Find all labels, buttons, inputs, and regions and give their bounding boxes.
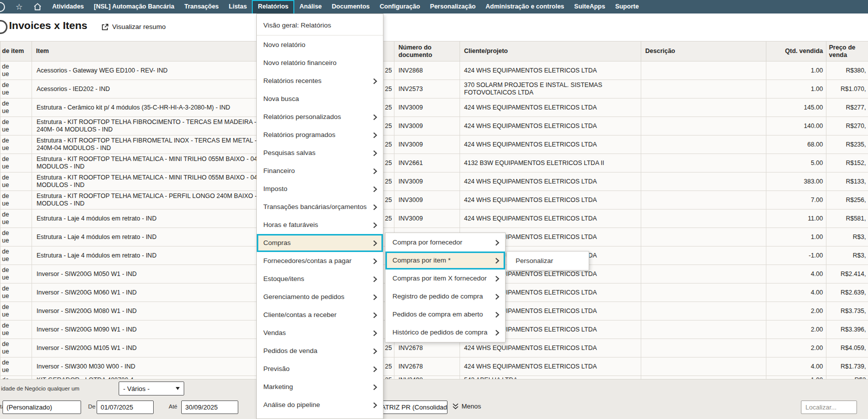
col-header-cliente-projeto[interactable]: Cliente/projeto xyxy=(460,42,641,62)
nav-item-personaliza-o[interactable]: Personalização xyxy=(425,0,481,14)
col-header-descricao[interactable]: Descrição xyxy=(641,42,766,62)
menu-item-vis-o-geral-relat-rios[interactable]: Visão geral: Relatórios xyxy=(257,16,383,34)
localizar-input[interactable] xyxy=(801,400,857,414)
cell-numero-documento[interactable]: INV2661 xyxy=(394,154,460,172)
nav-item-nsl-automa-o-banc-ria[interactable]: [NSL] Automação Bancária xyxy=(89,0,180,14)
menu-item-imposto[interactable]: Imposto xyxy=(257,180,383,198)
cell-qtd-vendida: 145.00 xyxy=(766,98,826,117)
date-type-input[interactable] xyxy=(3,400,81,414)
cell-preco-venda: R$270, xyxy=(826,117,868,136)
chevron-right-icon xyxy=(373,294,377,300)
nav-item-configura-o[interactable]: Configuração xyxy=(375,0,425,14)
nav-item-listas[interactable]: Listas xyxy=(224,0,252,14)
cell-numero-documento[interactable]: INV2573 xyxy=(394,80,460,98)
cell-numero-documento[interactable]: INV3009 xyxy=(394,117,460,136)
nav-item-documentos[interactable]: Documentos xyxy=(327,0,375,14)
cell-qtd-vendida: 1.00 xyxy=(766,80,826,98)
menu-item-nova-busca[interactable]: Nova busca xyxy=(257,90,383,108)
cell-numero-documento[interactable]: INV2678 xyxy=(394,358,460,376)
menu-item-relat-rios-personalizados[interactable]: Relatórios personalizados xyxy=(257,108,383,126)
menu-item-compras-por-item[interactable]: Compras por item * xyxy=(385,252,505,270)
chevron-right-icon xyxy=(495,258,500,264)
menu-item-label: Relatórios programados xyxy=(263,131,335,138)
cell-qtd-vendida: 2.00 xyxy=(766,302,826,320)
menu-item-compra-por-fornecedor[interactable]: Compra por fornecedor xyxy=(385,234,505,252)
menu-item-estoque-itens[interactable]: Estoque/itens xyxy=(257,270,383,288)
cell-qtd-vendida: 4.00 xyxy=(766,265,826,284)
menu-item-previs-o[interactable]: Previsão xyxy=(257,360,383,378)
nav-items: Atividades[NSL] Automação BancáriaTransa… xyxy=(47,0,644,14)
oracle-logo-icon[interactable] xyxy=(0,2,5,12)
cell-descricao xyxy=(641,358,766,376)
visualizar-resumo-link[interactable]: Visualizar resumo xyxy=(102,23,166,30)
chevron-right-icon xyxy=(373,222,377,228)
menu-item-label: Financeiro xyxy=(263,167,295,174)
menu-item-novo-relat-rio-financeiro[interactable]: Novo relatório financeiro xyxy=(257,54,383,72)
nav-item-administra-o-e-controles[interactable]: Administração e controles xyxy=(481,0,569,14)
menu-item-financeiro[interactable]: Financeiro xyxy=(257,162,383,180)
cell-tipo-de-item: deue xyxy=(1,246,32,265)
menu-item-pedidos-de-venda[interactable]: Pedidos de venda xyxy=(257,342,383,360)
cell-qtd-vendida: 7.00 xyxy=(766,191,826,210)
nav-item-relat-rios[interactable]: Relatórios xyxy=(252,0,294,14)
menu-item-cliente-contas-a-receber[interactable]: Cliente/contas a receber xyxy=(257,306,383,324)
menu-item-horas-e-fatur-veis[interactable]: Horas e faturáveis xyxy=(257,216,383,234)
menu-item-pesquisas-salvas[interactable]: Pesquisas salvas xyxy=(257,144,383,162)
cell-numero-documento[interactable]: INV3009 xyxy=(394,136,460,154)
chevron-right-icon xyxy=(373,168,377,174)
menu-item-compras[interactable]: Compras xyxy=(257,234,383,252)
menu-item-label: Pesquisas salvas xyxy=(263,149,315,156)
cell-qtd-vendida: 4.00 xyxy=(766,358,826,376)
nav-item-suporte[interactable]: Suporte xyxy=(610,0,644,14)
date-to-input[interactable] xyxy=(181,400,238,414)
cell-qtd-vendida: 383.00 xyxy=(766,172,826,191)
cell-tipo-de-item: deue xyxy=(1,339,32,358)
business-unit-label: idade de Negócio qualquer um xyxy=(1,386,80,392)
menu-item-transa-es-banc-rias-or-amentos[interactable]: Transações bancárias/orçamentos xyxy=(257,198,383,216)
cell-tipo-de-item: deue xyxy=(1,284,32,302)
cell-cliente-projeto: 424 WHS EQUIPAMENTOS ELETRICOS LTDA xyxy=(460,191,641,210)
cell-tipo-de-item: deue xyxy=(1,320,32,339)
cell-tipo-de-item: deue xyxy=(1,302,32,320)
date-from-input[interactable] xyxy=(97,400,154,414)
nav-item-an-lise[interactable]: Análise xyxy=(294,0,326,14)
cell-qtd-vendida: 1.00 xyxy=(766,62,826,80)
menu-item-pedidos-de-compra-em-aberto[interactable]: Pedidos de compra em aberto xyxy=(385,306,505,324)
menu-item-personalizar[interactable]: Personalizar xyxy=(507,252,589,270)
home-icon[interactable] xyxy=(34,3,42,10)
col-header-preco-venda[interactable]: Preço de venda xyxy=(826,42,868,62)
cell-numero-documento[interactable]: INV3009 xyxy=(394,191,460,210)
col-header-tipo-de-item[interactable]: de item xyxy=(1,42,32,62)
cell-preco-venda: R$3, xyxy=(826,228,868,246)
cell-numero-documento[interactable]: INV3009 xyxy=(394,210,460,228)
menu-item-label: Relatórios recentes xyxy=(263,77,321,84)
menu-item-gerenciamento-de-pedidos[interactable]: Gerenciamento de pedidos xyxy=(257,288,383,306)
menu-item-compras-por-item-x-fornecedor[interactable]: Compras por item X fornecedor xyxy=(385,270,505,288)
cell-cliente-projeto: 424 WHS EQUIPAMENTOS ELETRICOS LTDA xyxy=(460,117,641,136)
nav-item-transa-es[interactable]: Transações xyxy=(179,0,224,14)
menu-item-marketing[interactable]: Marketing xyxy=(257,378,383,396)
menu-item-relat-rios-programados[interactable]: Relatórios programados xyxy=(257,126,383,144)
menos-toggle[interactable]: Menos xyxy=(453,402,481,410)
favorites-star-icon[interactable]: ☆ xyxy=(16,0,23,14)
menu-item-registro-de-pedido-de-compra[interactable]: Registro de pedido de compra xyxy=(385,288,505,306)
cell-numero-documento[interactable]: INV3009 xyxy=(394,98,460,117)
menu-item-relat-rios-recentes[interactable]: Relatórios recentes xyxy=(257,72,383,90)
cell-numero-documento[interactable]: INV2868 xyxy=(394,62,460,80)
nav-item-suiteapps[interactable]: SuiteApps xyxy=(569,0,610,14)
menu-item-novo-relat-rio[interactable]: Novo relatório xyxy=(257,36,383,54)
menu-item-label: Compras xyxy=(263,239,291,246)
menu-item-an-lise-do-pipeline[interactable]: Análise do pipeline xyxy=(257,396,383,414)
col-header-qtd-vendida[interactable]: Qtd. vendida xyxy=(766,42,826,62)
chevron-right-icon xyxy=(495,312,500,318)
menu-item-hist-rico-de-pedidos-de-compra[interactable]: Histórico de pedidos de compra xyxy=(385,324,505,342)
col-header-numero-documento[interactable]: Número do documento xyxy=(394,42,460,62)
menu-item-vendas[interactable]: Vendas xyxy=(257,324,383,342)
cell-preco-venda: R$133, xyxy=(826,172,868,191)
nav-item-atividades[interactable]: Atividades xyxy=(47,0,89,14)
business-unit-select[interactable]: - Vários - xyxy=(119,382,184,396)
menu-item-fornecedores-contas-a-pagar[interactable]: Fornecedores/contas a pagar xyxy=(257,252,383,270)
cell-qtd-vendida: 4.00 xyxy=(766,284,826,302)
menu-item-label: Fornecedores/contas a pagar xyxy=(263,257,351,264)
cell-numero-documento[interactable]: INV3009 xyxy=(394,172,460,191)
